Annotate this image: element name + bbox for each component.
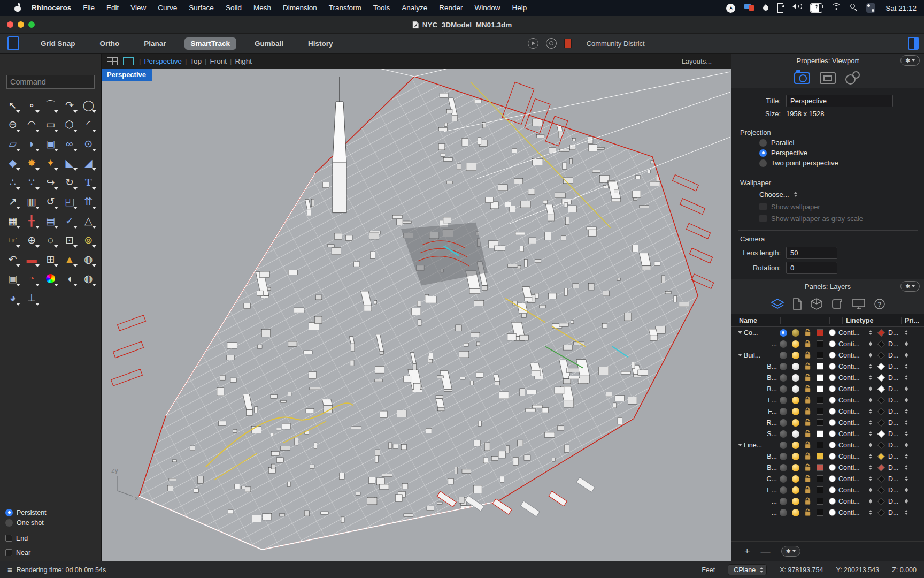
ellipse-tool[interactable]: ⊖ (3, 116, 22, 133)
layer-linetype-value[interactable]: Conti... (838, 385, 867, 393)
layer-lock-icon[interactable] (802, 497, 814, 505)
wifi-icon[interactable] (831, 3, 841, 13)
current-layer-radio[interactable] (777, 374, 789, 382)
cplane-tool[interactable]: ⊞ (41, 250, 60, 268)
print-color-diamond[interactable] (874, 454, 888, 459)
close-window-button[interactable] (7, 21, 13, 28)
curved-surface-tool[interactable]: ◗ (22, 135, 41, 153)
name-column-header[interactable]: Name (739, 317, 781, 324)
menu-item-solid[interactable]: Solid (220, 4, 248, 12)
toggle-ortho[interactable]: Ortho (94, 37, 126, 50)
layer-color-swatch[interactable] (814, 340, 826, 347)
cplane-select[interactable]: CPlane (728, 564, 767, 575)
play-icon[interactable] (528, 38, 538, 49)
print-color-diamond[interactable] (874, 420, 888, 425)
layer-linetype-value[interactable]: Conti... (838, 419, 867, 427)
layer-print-value[interactable]: D... (888, 329, 903, 337)
fillet-tool[interactable]: ✦ (41, 154, 60, 172)
projection-option-perspective[interactable]: Perspective (732, 148, 924, 158)
menu-item-view[interactable]: View (125, 4, 152, 12)
two-point-perspective-radio[interactable] (759, 159, 767, 167)
one-shot-option[interactable]: One shot (5, 518, 96, 528)
linetype-stepper-icon[interactable] (867, 510, 874, 515)
layer-row[interactable]: R...Conti...D... (732, 417, 924, 428)
current-layer-radio[interactable] (777, 352, 789, 359)
layer-linetype-value[interactable]: Conti... (838, 352, 867, 359)
minimize-window-button[interactable] (18, 21, 24, 28)
lock-tool[interactable]: ▣ (3, 270, 22, 287)
layer-lock-icon[interactable] (802, 340, 814, 348)
layer-color-swatch[interactable] (814, 374, 826, 381)
print-stepper-icon[interactable] (903, 510, 910, 515)
layer-material-icon[interactable] (826, 385, 838, 392)
menu-item-edit[interactable]: Edit (101, 4, 125, 12)
linetype-stepper-icon[interactable] (867, 375, 874, 381)
linetype-column-header[interactable]: Linetype (843, 317, 880, 324)
layer-visibility-bulb-icon[interactable] (789, 430, 802, 438)
current-layer-radio[interactable] (777, 385, 789, 393)
viewport-title-badge[interactable]: Perspective (102, 69, 152, 81)
layer-print-value[interactable]: D... (888, 419, 903, 427)
print-stepper-icon[interactable] (903, 330, 910, 336)
layer-material-icon[interactable] (826, 509, 838, 516)
arc-curve-tool[interactable]: ↷ (60, 96, 79, 114)
current-layer-radio[interactable] (777, 509, 789, 516)
viewport-title-input[interactable] (786, 95, 893, 107)
layer-row[interactable]: B...Conti...D... (732, 383, 924, 394)
menu-item-surface[interactable]: Surface (183, 4, 220, 12)
layer-visibility-bulb-icon[interactable] (789, 329, 802, 337)
layer-color-swatch[interactable] (814, 464, 826, 471)
flow-tool[interactable]: ▤ (41, 212, 60, 230)
near-osnap-option[interactable]: Near (5, 547, 96, 558)
layer-linetype-value[interactable]: Conti... (838, 397, 867, 404)
layer-row[interactable]: Co...Conti...D... (732, 327, 924, 338)
print-stepper-icon[interactable] (903, 398, 910, 403)
select-tool[interactable]: ↖ (3, 96, 22, 114)
zoom-target-tool[interactable]: ⊚ (79, 231, 98, 249)
current-layer-radio[interactable] (777, 329, 789, 337)
print-color-diamond[interactable] (874, 375, 888, 381)
chevron-down-icon[interactable] (736, 354, 744, 356)
rebuild-tool[interactable]: ↻ (60, 173, 79, 191)
linetype-stepper-icon[interactable] (867, 341, 874, 347)
camera-tab-icon[interactable] (794, 72, 810, 84)
layer-material-icon[interactable] (826, 352, 838, 359)
zoom-selected-tool[interactable]: ◌ (41, 231, 60, 249)
menu-item-file[interactable]: File (77, 4, 101, 12)
control-center-icon[interactable] (866, 3, 875, 13)
layer-row[interactable]: F...Conti...D... (732, 394, 924, 406)
layer-print-value[interactable]: D... (888, 486, 903, 494)
print-stepper-icon[interactable] (903, 465, 910, 470)
layer-color-swatch[interactable] (814, 397, 826, 404)
layer-row[interactable]: ...Conti...D... (732, 338, 924, 349)
layer-visibility-bulb-icon[interactable] (789, 408, 802, 415)
color-wheel-tool[interactable] (41, 270, 60, 287)
layer-print-value[interactable]: D... (888, 498, 903, 505)
lens-length-input[interactable] (786, 247, 837, 259)
sphere-tool[interactable]: ∞ (60, 135, 79, 153)
current-layer-radio[interactable] (777, 408, 789, 415)
persistent-radio[interactable] (5, 509, 13, 516)
layer-print-value[interactable]: D... (888, 352, 903, 359)
print-color-diamond[interactable] (874, 386, 888, 392)
print-stepper-icon[interactable] (903, 431, 910, 437)
print-stepper-icon[interactable] (903, 409, 910, 414)
layer-color-swatch[interactable] (814, 363, 826, 370)
current-layer-radio[interactable] (777, 419, 789, 427)
current-layer-radio[interactable] (777, 363, 789, 370)
layer-material-icon[interactable] (826, 397, 838, 404)
layer-color-swatch[interactable] (814, 352, 826, 359)
print-color-diamond[interactable] (874, 465, 888, 470)
layer-linetype-value[interactable]: Conti... (838, 340, 867, 348)
display-tab-icon[interactable] (820, 72, 836, 84)
current-layer-radio[interactable] (777, 340, 789, 348)
location-icon[interactable]: ➤ (726, 3, 735, 13)
layer-lock-icon[interactable] (802, 396, 814, 404)
layer-lock-icon[interactable] (802, 419, 814, 427)
chevron-down-icon[interactable] (736, 331, 744, 334)
layer-lock-icon[interactable] (802, 329, 814, 337)
layer-print-value[interactable]: D... (888, 363, 903, 370)
layer-linetype-value[interactable]: Conti... (838, 475, 867, 483)
layer-print-value[interactable]: D... (888, 430, 903, 438)
linetype-stepper-icon[interactable] (867, 330, 874, 336)
